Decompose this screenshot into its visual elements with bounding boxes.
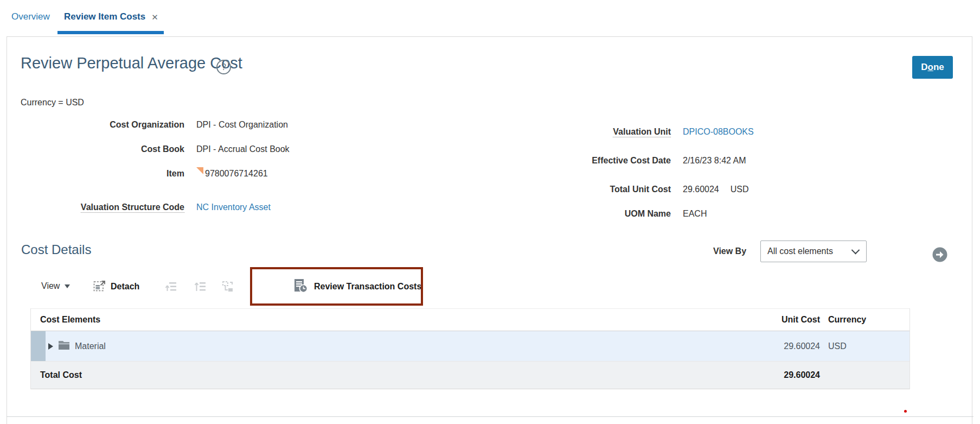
currency-note: Currency = USD xyxy=(21,98,84,107)
screen: Overview Review Item Costs ✕ Review Perp… xyxy=(0,0,980,424)
total-cost-label: Total Cost xyxy=(31,370,739,380)
item-flag-icon xyxy=(196,167,203,176)
view-menu-button[interactable]: View xyxy=(41,281,70,291)
cost-organization-label: Cost Organization xyxy=(22,120,184,130)
review-transaction-costs-icon xyxy=(293,278,308,295)
effective-cost-date-label: Effective Cost Date xyxy=(508,156,671,166)
view-by-select[interactable]: All cost elements xyxy=(760,241,867,262)
total-unit-cost-currency: USD xyxy=(731,185,749,194)
table-row-material[interactable]: Material 29.60024 USD xyxy=(31,331,909,361)
annotation-dot xyxy=(904,410,907,413)
field-row-valuation-structure-code: Valuation Structure Code NC Inventory As… xyxy=(22,202,271,212)
uom-name-value: EACH xyxy=(683,209,707,219)
go-up-icon xyxy=(194,280,208,295)
close-icon[interactable]: ✕ xyxy=(151,13,158,21)
field-row-item: Item 9780076714261 xyxy=(22,169,268,179)
cost-organization-value: DPI - Cost Organization xyxy=(196,120,288,130)
done-button[interactable]: Done xyxy=(912,56,953,79)
field-row-cost-organization: Cost Organization DPI - Cost Organizatio… xyxy=(22,120,288,130)
field-row-uom-name: UOM Name EACH xyxy=(508,209,707,219)
review-transaction-costs-label: Review Transaction Costs xyxy=(314,282,421,292)
detach-icon xyxy=(93,279,106,294)
done-label-part: D xyxy=(921,62,927,73)
view-by-selected-value: All cost elements xyxy=(761,246,853,256)
go-up-button[interactable] xyxy=(194,280,208,295)
review-transaction-costs-button[interactable]: Review Transaction Costs xyxy=(293,278,421,295)
tab-review-item-costs-label: Review Item Costs xyxy=(64,11,145,22)
valuation-unit-label: Valuation Unit xyxy=(613,127,671,137)
field-row-total-unit-cost: Total Unit Cost 29.60024 USD xyxy=(508,185,749,194)
column-header-unit-cost: Unit Cost xyxy=(739,315,820,325)
table-total-row: Total Cost 29.60024 xyxy=(31,361,909,389)
go-to-top-button[interactable] xyxy=(164,280,178,295)
effective-cost-date-value: 2/16/23 8:42 AM xyxy=(683,156,746,166)
item-value: 9780076714261 xyxy=(205,169,268,179)
show-as-top-button[interactable] xyxy=(221,280,235,295)
valuation-structure-code-link[interactable]: NC Inventory Asset xyxy=(196,202,271,212)
forward-arrow-icon xyxy=(932,256,947,264)
field-row-effective-cost-date: Effective Cost Date 2/16/23 8:42 AM xyxy=(508,156,746,166)
view-by-label: View By xyxy=(713,246,746,256)
valuation-unit-link[interactable]: DPICO-08BOOKS xyxy=(683,127,754,137)
done-label-part2: ne xyxy=(933,62,944,73)
cost-element-unit-cost: 29.60024 xyxy=(739,341,820,351)
help-icon[interactable]: ? xyxy=(216,60,231,74)
cost-book-label: Cost Book xyxy=(22,144,184,154)
field-row-valuation-unit: Valuation Unit DPICO-08BOOKS xyxy=(508,127,754,137)
active-tab-underline xyxy=(57,31,164,34)
bottom-divider xyxy=(7,416,973,417)
go-to-top-icon xyxy=(164,280,178,295)
row-selection-gutter[interactable] xyxy=(31,331,46,361)
item-label: Item xyxy=(22,169,184,179)
table-header-row: Cost Elements Unit Cost Currency xyxy=(31,308,909,331)
view-menu-label: View xyxy=(41,281,60,291)
caret-down-icon xyxy=(65,284,70,288)
cost-details-heading: Cost Details xyxy=(21,242,91,257)
done-access-key: o xyxy=(928,62,933,73)
column-header-currency: Currency xyxy=(820,315,909,325)
show-as-top-icon xyxy=(221,280,235,295)
page-title: Review Perpetual Average Cost xyxy=(21,54,242,72)
field-row-cost-book: Cost Book DPI - Accrual Cost Book xyxy=(22,144,290,154)
cost-element-currency: USD xyxy=(820,341,909,351)
column-header-cost-elements: Cost Elements xyxy=(31,315,739,325)
cost-book-value: DPI - Accrual Cost Book xyxy=(196,144,290,154)
total-unit-cost-label: Total Unit Cost xyxy=(508,185,671,194)
tab-overview[interactable]: Overview xyxy=(11,11,50,22)
cost-elements-table: Cost Elements Unit Cost Currency Materia… xyxy=(30,308,910,389)
uom-name-label: UOM Name xyxy=(508,209,671,219)
folder-icon xyxy=(59,340,69,352)
detach-button[interactable]: Detach xyxy=(93,279,139,294)
valuation-structure-code-label: Valuation Structure Code xyxy=(81,202,184,213)
detach-label: Detach xyxy=(111,282,139,292)
expand-row-icon[interactable] xyxy=(48,343,53,350)
total-unit-cost-value: 29.60024 xyxy=(683,185,719,194)
total-cost-value: 29.60024 xyxy=(739,370,820,380)
forward-arrow-button[interactable] xyxy=(932,247,947,262)
tab-review-item-costs[interactable]: Review Item Costs ✕ xyxy=(64,11,158,22)
cost-element-name: Material xyxy=(75,341,106,351)
chevron-down-icon xyxy=(851,245,860,254)
